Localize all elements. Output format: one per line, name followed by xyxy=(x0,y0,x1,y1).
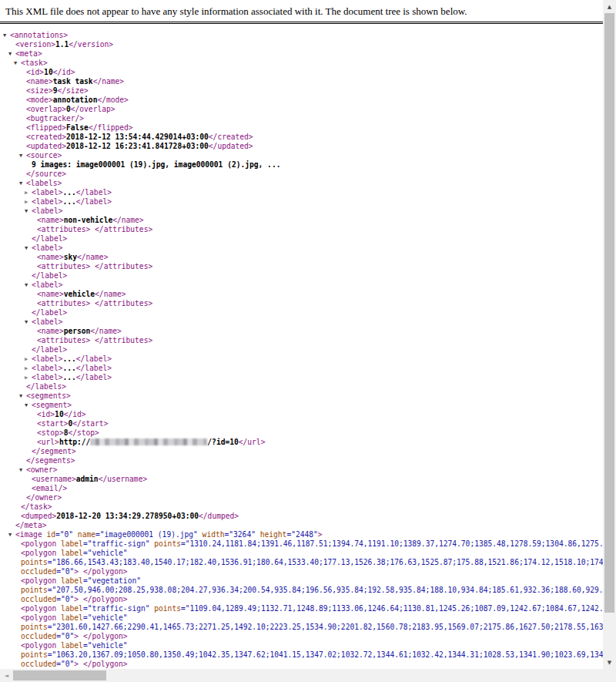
xml-tag: <url> xyxy=(37,438,59,446)
xml-tag: <polygon xyxy=(21,641,56,650)
scroll-left-button[interactable]: ◄ xyxy=(0,669,13,682)
xml-tag: <stop> xyxy=(37,428,64,437)
xml-line: <flipped>False</flipped> xyxy=(0,123,603,133)
xml-line: ▼<source> xyxy=(0,151,603,160)
xml-tag: <attributes> xyxy=(37,225,90,233)
xml-tag: <label> xyxy=(32,207,62,215)
xml-line: <attributes> </attributes> xyxy=(0,299,603,308)
collapse-toggle-icon[interactable]: ▼ xyxy=(8,49,15,59)
xml-attribute-name: occluded xyxy=(21,567,56,576)
xml-line: ▼<task> xyxy=(0,59,603,68)
xml-tag: <bugtracker/> xyxy=(26,114,84,123)
xml-text-node: ... xyxy=(62,354,75,363)
xml-tag: </created> xyxy=(209,133,253,141)
redacted-url-blur xyxy=(90,438,207,445)
xml-tag: <attributes> xyxy=(37,299,90,307)
expand-toggle-icon[interactable]: ▶ xyxy=(25,354,32,364)
xml-line: <start>0</start> xyxy=(0,419,603,428)
xml-line: <created>2018-12-12 13:54:44.429014+03:0… xyxy=(0,133,603,142)
xml-attribute-value: ="0" xyxy=(56,660,74,668)
collapse-toggle-icon[interactable]: ▼ xyxy=(8,530,15,539)
xml-tag: </stop> xyxy=(68,428,99,437)
collapse-toggle-icon[interactable]: ▼ xyxy=(19,465,26,475)
expand-toggle-icon[interactable]: ▶ xyxy=(25,364,32,373)
xml-tag: <image xyxy=(15,530,42,539)
xml-attribute-name: label xyxy=(56,539,83,548)
horizontal-scrollbar-thumb[interactable] xyxy=(13,670,106,680)
xml-tag: </label> xyxy=(32,308,67,317)
xml-tag: </overlap> xyxy=(71,105,116,113)
xml-tag: </label> xyxy=(32,234,67,243)
collapse-toggle-icon[interactable]: ▼ xyxy=(25,317,32,327)
expand-toggle-icon[interactable]: ▶ xyxy=(25,188,32,197)
xml-line: 9 images: image000001 (19).jpg, image000… xyxy=(0,160,603,170)
xml-line: occluded="0"> </polygon> xyxy=(0,660,603,669)
vertical-scrollbar-thumb[interactable] xyxy=(604,13,614,613)
xml-tag: <annotations> xyxy=(10,31,68,39)
xml-text-node: 10 xyxy=(44,68,53,76)
collapse-toggle-icon[interactable]: ▼ xyxy=(25,401,32,410)
collapse-toggle-icon[interactable]: ▼ xyxy=(19,179,26,188)
horizontal-scrollbar[interactable]: ◄ xyxy=(0,669,603,682)
xml-line: ▼<annotations> xyxy=(0,31,603,40)
xml-text-node: 1.1 xyxy=(55,40,69,49)
xml-attribute-name: height xyxy=(256,530,286,539)
expand-toggle-icon[interactable]: ▶ xyxy=(25,373,32,382)
collapse-toggle-icon[interactable]: ▼ xyxy=(25,207,32,216)
expand-toggle-icon[interactable]: ▶ xyxy=(25,197,32,207)
xml-text-node: vehicle xyxy=(64,290,95,298)
xml-line: <polygon label="traffic-sign" points="13… xyxy=(0,539,603,549)
xml-line: points="1063.20,1367.09;1050.80,1350.49;… xyxy=(0,650,603,660)
xml-text-node: 2018-12-12 16:23:41.841728+03:00 xyxy=(66,142,209,150)
xml-attribute-value: ="207.50,946.00;208.25,938.08;204.27,936… xyxy=(48,586,603,594)
xml-line: occluded="0"> </polygon> xyxy=(0,632,603,641)
xml-tag: </url> xyxy=(239,438,266,446)
xml-attribute-name: occluded xyxy=(21,632,56,640)
xml-attribute-value: ="2448" xyxy=(286,530,317,539)
xml-line: <size>9</size> xyxy=(0,86,603,96)
xml-line: <overlap>0</overlap> xyxy=(0,105,603,114)
xml-tag: </mode> xyxy=(97,96,128,104)
xml-line: <stop>8</stop> xyxy=(0,428,603,438)
xml-tag: <name> xyxy=(26,77,53,86)
xml-line: </segment> xyxy=(0,447,603,456)
collapse-toggle-icon[interactable]: ▼ xyxy=(14,59,21,68)
xml-line: <dumped>2018-12-20 13:34:29.278950+03:00… xyxy=(0,512,603,521)
xml-line: points="207.50,946.00;208.25,938.08;204.… xyxy=(0,586,603,595)
xml-text-node: 2018-12-20 13:34:29.278950+03:00 xyxy=(56,512,199,520)
collapse-toggle-icon[interactable]: ▼ xyxy=(25,244,32,253)
xml-line: ▶<label>...</label> xyxy=(0,364,603,373)
xml-attribute-name: points xyxy=(21,586,48,594)
xml-text-node: annotation xyxy=(53,96,98,104)
xml-tag: <name> xyxy=(37,253,64,261)
xml-text-node: ... xyxy=(62,364,75,372)
xml-tag: <polygon xyxy=(21,549,56,557)
xml-line: </source> xyxy=(0,170,603,179)
collapse-toggle-icon[interactable]: ▼ xyxy=(19,151,26,160)
vertical-scrollbar[interactable]: ▲ ▼ xyxy=(603,0,616,669)
xml-line: <attributes> </attributes> xyxy=(0,262,603,271)
scroll-down-button[interactable]: ▼ xyxy=(603,656,616,669)
xml-tag: <attributes> xyxy=(37,336,90,344)
xml-tag: </label> xyxy=(76,197,112,206)
xml-tag: <start> xyxy=(37,419,68,428)
xml-tag: </segments> xyxy=(26,456,75,465)
xml-tag: <email/> xyxy=(32,484,67,492)
xml-tag: </labels> xyxy=(26,382,66,391)
xml-tag: <attributes> xyxy=(37,262,90,270)
xml-text-node: http:// xyxy=(59,438,90,446)
scroll-up-button[interactable]: ▲ xyxy=(603,0,616,13)
xml-tag: <task> xyxy=(21,59,48,67)
xml-tag: </polygon> xyxy=(83,632,128,640)
collapse-toggle-icon[interactable]: ▼ xyxy=(25,281,32,290)
xml-line: ▶<label>...</label> xyxy=(0,373,603,382)
xml-text-node: ... xyxy=(62,197,75,206)
xml-line: <name>sky</name> xyxy=(0,253,603,262)
collapse-toggle-icon[interactable]: ▼ xyxy=(3,31,10,40)
scroll-up-icon: ▲ xyxy=(608,4,611,10)
xml-attribute-value: ="2301.60,1427.66;2290.41,1465.73;2271.2… xyxy=(48,623,603,631)
xml-tag: <meta> xyxy=(15,49,42,58)
xml-line: </label> xyxy=(0,308,603,317)
collapse-toggle-icon[interactable]: ▼ xyxy=(19,391,26,401)
xml-line: </labels> xyxy=(0,382,603,391)
